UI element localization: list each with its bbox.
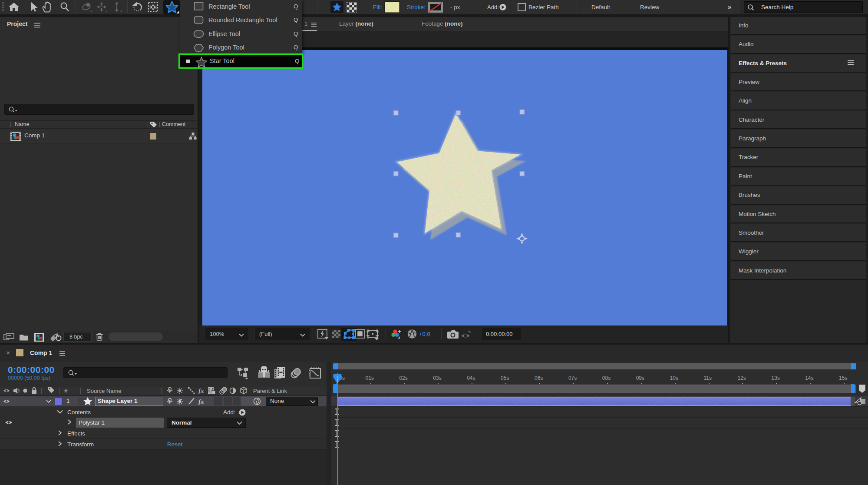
svg-text:fx: fx bbox=[198, 387, 204, 394]
svg-text:fx: fx bbox=[198, 398, 204, 405]
